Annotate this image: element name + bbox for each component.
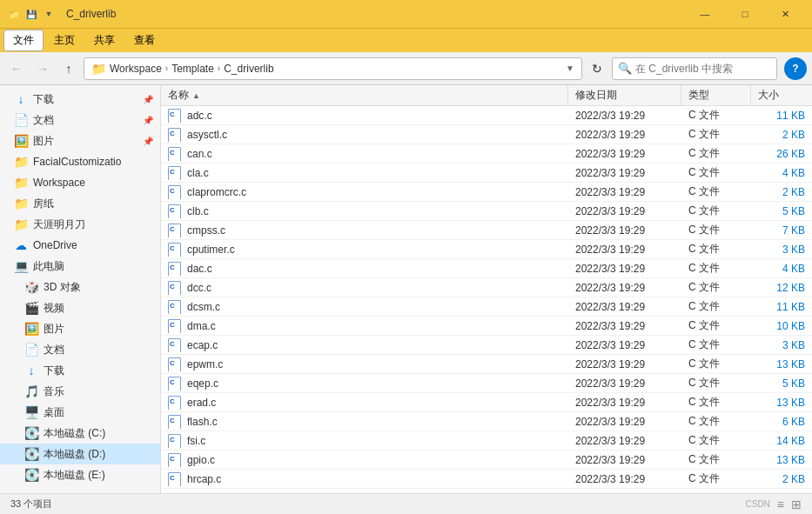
file-size-cell: 13 KB bbox=[751, 358, 812, 370]
file-row[interactable]: hrcap.c 2022/3/3 19:29 C 文件 2 KB bbox=[161, 470, 812, 489]
help-button[interactable]: ? bbox=[784, 57, 807, 80]
file-name-cell: gpio.c bbox=[161, 453, 568, 467]
menu-view[interactable]: 查看 bbox=[125, 30, 164, 50]
file-type-cell: C 文件 bbox=[681, 337, 751, 352]
file-row[interactable]: fsi.c 2022/3/3 19:29 C 文件 14 KB bbox=[161, 431, 812, 451]
refresh-button[interactable]: ↻ bbox=[586, 57, 608, 80]
sidebar-item-video[interactable]: 🎬 视频 bbox=[0, 297, 160, 318]
file-name-cell: can.c bbox=[161, 147, 568, 161]
path-dropdown-icon[interactable]: ▼ bbox=[566, 63, 574, 73]
sidebar-item-disk-c[interactable]: 💽 本地磁盘 (C:) bbox=[0, 423, 160, 444]
file-date-cell: 2022/3/3 19:29 bbox=[568, 416, 681, 428]
forward-button[interactable]: → bbox=[31, 57, 54, 80]
c-file-icon bbox=[168, 262, 182, 276]
menu-file[interactable]: 文件 bbox=[3, 30, 44, 51]
file-size-cell: 26 KB bbox=[751, 148, 812, 160]
c-file-icon bbox=[168, 166, 182, 180]
file-row[interactable]: asysctl.c 2022/3/3 19:29 C 文件 2 KB bbox=[161, 125, 812, 144]
sidebar-item-onedrive[interactable]: ☁ OneDrive bbox=[0, 235, 160, 256]
sidebar-item-disk-d[interactable]: 💽 本地磁盘 (D:) bbox=[0, 444, 160, 464]
music-icon: 🎵 bbox=[24, 384, 38, 398]
file-row[interactable]: dma.c 2022/3/3 19:29 C 文件 10 KB bbox=[161, 317, 812, 336]
desktop-icon: 🖥️ bbox=[24, 405, 38, 419]
sort-arrow-name: ▲ bbox=[192, 91, 200, 100]
file-row[interactable]: dcsm.c 2022/3/3 19:29 C 文件 11 KB bbox=[161, 297, 812, 317]
view-icon-grid[interactable]: ⊞ bbox=[791, 497, 802, 511]
sidebar-item-tianyao[interactable]: 📁 天涯明月刀 bbox=[0, 214, 160, 235]
file-row[interactable]: dcc.c 2022/3/3 19:29 C 文件 12 KB bbox=[161, 278, 812, 297]
search-input[interactable] bbox=[635, 63, 771, 75]
sidebar-item-facial[interactable]: 📁 FacialCustomizatio bbox=[0, 151, 160, 172]
file-row[interactable]: cputimer.c 2022/3/3 19:29 C 文件 3 KB bbox=[161, 240, 812, 259]
sidebar-item-pictures[interactable]: 🖼️ 图片 📌 bbox=[0, 130, 160, 151]
file-row[interactable]: clb.c 2022/3/3 19:29 C 文件 5 KB bbox=[161, 202, 812, 221]
file-row[interactable]: ecap.c 2022/3/3 19:29 C 文件 3 KB bbox=[161, 336, 812, 355]
file-date-cell: 2022/3/3 19:29 bbox=[568, 167, 681, 179]
file-name-cell: adc.c bbox=[161, 109, 568, 123]
path-arrow-2: › bbox=[218, 63, 220, 73]
file-name-cell: erad.c bbox=[161, 396, 568, 410]
sidebar-item-disk-e[interactable]: 💽 本地磁盘 (E:) bbox=[0, 464, 160, 485]
col-date[interactable]: 修改日期 bbox=[568, 85, 681, 105]
file-date-cell: 2022/3/3 19:29 bbox=[568, 205, 681, 217]
maximize-button[interactable]: □ bbox=[725, 0, 765, 28]
sidebar-item-download[interactable]: ↓ 下载 📌 bbox=[0, 89, 160, 110]
sidebar-item-desktop[interactable]: 🖥️ 桌面 bbox=[0, 402, 160, 423]
file-row[interactable]: gpio.c 2022/3/3 19:29 C 文件 13 KB bbox=[161, 451, 812, 470]
col-size[interactable]: 大小 bbox=[751, 85, 812, 105]
minimize-button[interactable]: — bbox=[685, 0, 725, 28]
sidebar-item-doc2[interactable]: 📄 文档 bbox=[0, 339, 160, 360]
sidebar-label-thispc: 此电脑 bbox=[33, 259, 153, 274]
sidebar-item-music[interactable]: 🎵 音乐 bbox=[0, 381, 160, 402]
sidebar-item-thispc[interactable]: 💻 此电脑 bbox=[0, 256, 160, 277]
file-row[interactable]: adc.c 2022/3/3 19:29 C 文件 11 KB bbox=[161, 106, 812, 125]
file-name-cell: cla.c bbox=[161, 166, 568, 180]
view-icon-list[interactable]: ≡ bbox=[777, 497, 784, 511]
file-date-cell: 2022/3/3 19:29 bbox=[568, 244, 681, 256]
col-name[interactable]: 名称 ▲ bbox=[161, 85, 568, 105]
sidebar-item-docs[interactable]: 📄 文档 📌 bbox=[0, 110, 160, 130]
file-size-cell: 13 KB bbox=[751, 397, 812, 409]
back-button[interactable]: ← bbox=[5, 57, 28, 80]
up-button[interactable]: ↑ bbox=[57, 57, 80, 80]
file-name-cell: cmpss.c bbox=[161, 224, 568, 237]
col-type[interactable]: 类型 bbox=[681, 85, 751, 105]
search-box[interactable]: 🔍 bbox=[612, 57, 777, 80]
file-size-cell: 4 KB bbox=[751, 167, 812, 179]
file-row[interactable]: dac.c 2022/3/3 19:29 C 文件 4 KB bbox=[161, 259, 812, 278]
file-row[interactable]: cmpss.c 2022/3/3 19:29 C 文件 7 KB bbox=[161, 221, 812, 240]
file-row[interactable]: epwm.c 2022/3/3 19:29 C 文件 13 KB bbox=[161, 355, 812, 374]
file-type-cell: C 文件 bbox=[681, 146, 751, 161]
file-row[interactable]: erad.c 2022/3/3 19:29 C 文件 13 KB bbox=[161, 393, 812, 412]
file-row[interactable]: eqep.c 2022/3/3 19:29 C 文件 5 KB bbox=[161, 374, 812, 393]
sidebar-item-3d[interactable]: 🎲 3D 对象 bbox=[0, 277, 160, 297]
save-icon: 💾 bbox=[24, 7, 38, 21]
file-row[interactable]: clapromcrc.c 2022/3/3 19:29 C 文件 2 KB bbox=[161, 183, 812, 202]
folder-icon: 📁 bbox=[7, 7, 21, 21]
file-date-cell: 2022/3/3 19:29 bbox=[568, 435, 681, 447]
window-title: C_driverlib bbox=[66, 8, 116, 20]
file-name-cell: clb.c bbox=[161, 204, 568, 218]
menu-share[interactable]: 共享 bbox=[85, 30, 124, 50]
sidebar-item-workspace[interactable]: 📁 Workspace bbox=[0, 172, 160, 193]
address-path[interactable]: 📁 Workspace › Template › C_driverlib ▼ bbox=[84, 57, 582, 80]
file-size-cell: 7 KB bbox=[751, 224, 812, 237]
file-size-cell: 5 KB bbox=[751, 377, 812, 390]
file-date-cell: 2022/3/3 19:29 bbox=[568, 129, 681, 141]
file-name-cell: fsi.c bbox=[161, 434, 568, 448]
close-button[interactable]: ✕ bbox=[765, 0, 805, 28]
file-row[interactable]: can.c 2022/3/3 19:29 C 文件 26 KB bbox=[161, 144, 812, 164]
status-bar: 33 个项目 CSDN ≡ ⊞ bbox=[0, 493, 812, 514]
file-row[interactable]: cla.c 2022/3/3 19:29 C 文件 4 KB bbox=[161, 164, 812, 183]
file-area: 名称 ▲ 修改日期 类型 大小 adc.c 2022/3/3 19:29 C 文… bbox=[161, 85, 812, 493]
onedrive-icon: ☁ bbox=[14, 238, 28, 252]
menu-home[interactable]: 主页 bbox=[45, 30, 84, 50]
file-name-cell: epwm.c bbox=[161, 357, 568, 371]
sidebar-item-pic[interactable]: 🖼️ 图片 bbox=[0, 318, 160, 339]
sidebar-item-fangzhi[interactable]: 📁 房纸 bbox=[0, 193, 160, 214]
address-bar: ← → ↑ 📁 Workspace › Template › C_driverl… bbox=[0, 52, 812, 85]
c-file-icon bbox=[168, 357, 182, 371]
file-size-cell: 6 KB bbox=[751, 416, 812, 428]
file-row[interactable]: flash.c 2022/3/3 19:29 C 文件 6 KB bbox=[161, 412, 812, 431]
sidebar-item-download2[interactable]: ↓ 下载 bbox=[0, 360, 160, 381]
